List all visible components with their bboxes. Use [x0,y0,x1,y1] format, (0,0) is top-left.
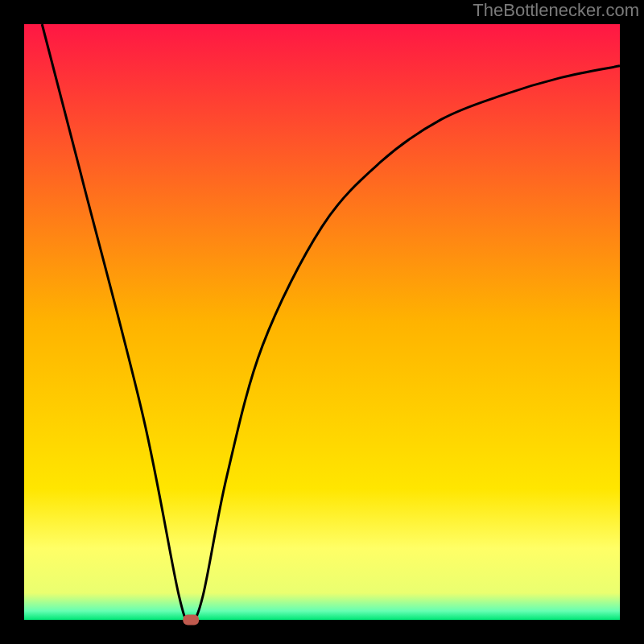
bottleneck-chart [0,0,644,644]
chart-frame: TheBottlenecker.com [0,0,644,644]
optimal-point-marker [183,615,199,625]
attribution-text: TheBottlenecker.com [473,0,639,21]
plot-background [24,24,620,620]
